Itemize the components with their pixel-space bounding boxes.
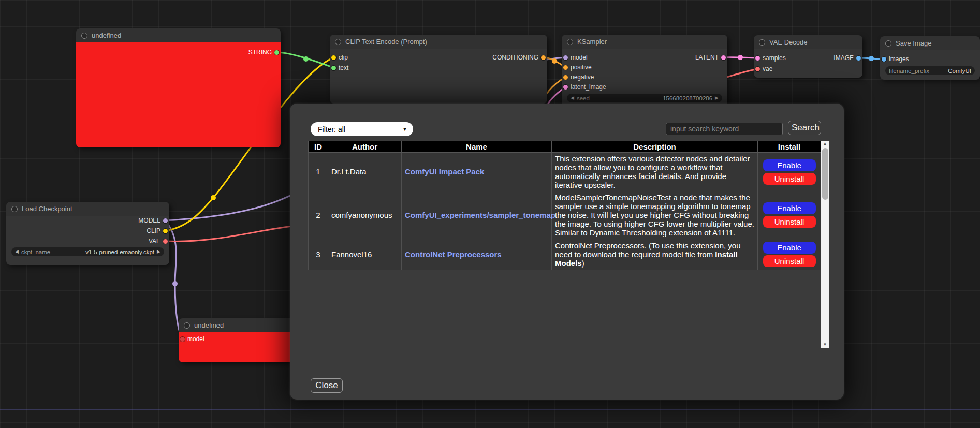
node-header[interactable]: CLIP Text Encode (Prompt) (330, 35, 547, 49)
scrollbar-thumb[interactable] (822, 148, 828, 200)
extension-install-cell: EnableUninstall (758, 191, 821, 239)
input-slot-model[interactable]: model (180, 335, 204, 343)
collapse-dot-icon[interactable] (335, 39, 341, 45)
input-slot-model[interactable]: model (563, 53, 588, 62)
link-dot (303, 56, 309, 62)
slot-dot[interactable] (331, 66, 336, 70)
slot-dot[interactable] (163, 229, 168, 233)
slot-label: MODEL (138, 217, 160, 224)
collapse-dot-icon[interactable] (184, 322, 190, 329)
widget-increment-icon[interactable]: ▶ (157, 247, 160, 256)
slot-dot[interactable] (163, 218, 168, 223)
widget-decrement-icon[interactable]: ◀ (15, 247, 19, 256)
slot-dot[interactable] (163, 239, 168, 244)
slot-dot[interactable] (180, 337, 185, 342)
node-body[interactable]: images filename_prefix ComfyUI (880, 50, 980, 80)
scroll-up-icon[interactable]: ▲ (821, 141, 829, 147)
slot-dot[interactable] (856, 56, 861, 61)
slot-dot[interactable] (721, 55, 726, 60)
close-button[interactable]: Close (311, 378, 343, 393)
uninstall-button[interactable]: Uninstall (763, 216, 816, 228)
filename-prefix-widget[interactable]: filename_prefix ComfyUI (885, 66, 975, 75)
collapse-dot-icon[interactable] (81, 33, 87, 39)
input-slot-images[interactable]: images (882, 55, 909, 63)
node-body[interactable]: clip text CONDITIONING (330, 49, 547, 104)
slot-label: negative (571, 73, 594, 81)
output-slot-model[interactable]: MODEL (138, 216, 168, 225)
node-clip-text-encode[interactable]: CLIP Text Encode (Prompt) clip text COND… (330, 35, 547, 104)
table-scrollbar[interactable]: ▲ ▼ (821, 141, 829, 348)
enable-button[interactable]: Enable (763, 159, 816, 171)
extensions-table: ID Author Name Description Install 1Dr.L… (308, 141, 821, 270)
node-load-checkpoint[interactable]: Load Checkpoint MODEL CLIP VAE ◀ ckpt_na… (6, 202, 169, 265)
column-header-name: Name (402, 141, 552, 153)
node-ksampler[interactable]: KSampler model positive negative latent_… (562, 35, 727, 107)
node-body[interactable]: MODEL CLIP VAE ◀ ckpt_name v1-5-pruned-e… (6, 216, 169, 265)
collapse-dot-icon[interactable] (759, 39, 765, 46)
widget-increment-icon[interactable]: ▶ (715, 94, 719, 102)
node-body[interactable]: model (179, 332, 295, 362)
slot-dot[interactable] (331, 55, 336, 60)
uninstall-button[interactable]: Uninstall (763, 173, 816, 185)
output-slot-string[interactable]: STRING (248, 48, 279, 56)
enable-button[interactable]: Enable (763, 242, 816, 254)
extension-link[interactable]: ComfyUI_experiments/sampler_tonemap (405, 211, 555, 219)
input-slot-samples[interactable]: samples (755, 54, 786, 62)
input-slot-latent-image[interactable]: latent_image (563, 83, 606, 91)
slot-dot[interactable] (274, 50, 279, 55)
comfyui-canvas[interactable]: { "colors": { "model": "#B39DDB", "clip"… (0, 0, 980, 428)
output-slot-vae[interactable]: VAE (149, 237, 168, 245)
output-slot-clip[interactable]: CLIP (147, 227, 168, 235)
input-slot-negative[interactable]: negative (563, 73, 594, 81)
node-body[interactable]: STRING (76, 42, 281, 147)
slot-dot[interactable] (563, 55, 568, 60)
output-slot-image[interactable]: IMAGE (833, 54, 861, 62)
slot-label: clip (339, 54, 348, 61)
node-body[interactable]: model positive negative latent_image LAT… (562, 49, 727, 107)
extension-link[interactable]: ComfyUI Impact Pack (405, 167, 484, 176)
search-button[interactable]: Search (788, 121, 821, 135)
collapse-dot-icon[interactable] (885, 40, 891, 47)
node-body[interactable]: samples vae IMAGE (754, 49, 862, 78)
slot-dot[interactable] (755, 67, 760, 71)
extension-id: 2 (309, 191, 328, 239)
seed-widget[interactable]: ◀ seed 156680208700286 ▶ (567, 94, 722, 102)
search-input[interactable] (666, 123, 783, 135)
node-header[interactable]: undefined (76, 28, 281, 42)
input-slot-text[interactable]: text (331, 64, 348, 72)
node-save-image[interactable]: Save Image images filename_prefix ComfyU… (880, 36, 980, 80)
input-slot-positive[interactable]: positive (563, 63, 592, 71)
link-dot (552, 58, 557, 64)
scroll-down-icon[interactable]: ▼ (821, 342, 829, 348)
widget-name: filename_prefix (889, 68, 929, 74)
extension-row: 3Fannovel16ControlNet PreprocessorsContr… (309, 239, 821, 270)
extension-link[interactable]: ControlNet Preprocessors (405, 250, 502, 259)
extension-name-cell: ControlNet Preprocessors (402, 239, 552, 270)
ckpt-name-widget[interactable]: ◀ ckpt_name v1-5-pruned-emaonly.ckpt ▶ (11, 247, 164, 256)
output-slot-latent[interactable]: LATENT (695, 53, 726, 62)
slot-dot[interactable] (563, 85, 568, 90)
slot-dot[interactable] (882, 57, 886, 62)
node-header[interactable]: Save Image (880, 36, 980, 50)
slot-dot[interactable] (563, 75, 568, 80)
collapse-dot-icon[interactable] (567, 39, 573, 45)
slot-dot[interactable] (541, 55, 546, 60)
widget-decrement-icon[interactable]: ◀ (571, 94, 574, 102)
input-slot-vae[interactable]: vae (755, 65, 772, 73)
column-header-install: Install (758, 141, 821, 153)
slot-dot[interactable] (755, 56, 760, 61)
node-undefined-string[interactable]: undefined STRING (76, 28, 281, 147)
node-header[interactable]: KSampler (562, 35, 727, 49)
filter-dropdown[interactable]: Filter: all ▼ (311, 122, 413, 136)
node-header[interactable]: VAE Decode (754, 35, 862, 49)
output-slot-conditioning[interactable]: CONDITIONING (492, 53, 546, 62)
collapse-dot-icon[interactable] (11, 206, 18, 212)
enable-button[interactable]: Enable (763, 202, 816, 214)
node-header[interactable]: Load Checkpoint (6, 202, 169, 216)
input-slot-clip[interactable]: clip (331, 53, 348, 62)
node-undefined-model[interactable]: undefined model (179, 318, 295, 362)
uninstall-button[interactable]: Uninstall (763, 255, 816, 267)
node-vae-decode[interactable]: VAE Decode samples vae IMAGE (754, 35, 862, 78)
node-header[interactable]: undefined (179, 318, 295, 332)
slot-dot[interactable] (563, 65, 568, 70)
